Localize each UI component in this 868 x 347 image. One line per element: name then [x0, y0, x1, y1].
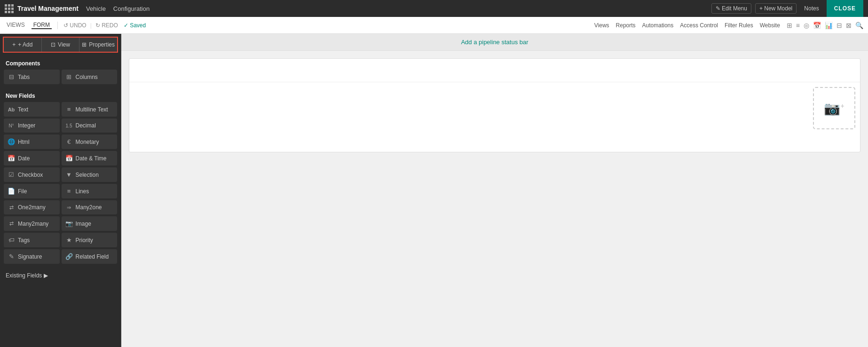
- existing-fields-label: Existing Fields ▶: [6, 272, 48, 279]
- properties-icon: ⊞: [82, 41, 87, 48]
- navbar-right: ✎ Edit Menu + New Model Notes CLOSE: [711, 0, 863, 17]
- edit-menu-button[interactable]: ✎ Edit Menu: [711, 3, 751, 14]
- main-layout: + + Add ⊡ View ⊞ Properties Components ⊟…: [0, 34, 868, 347]
- view-icon: ⊡: [51, 41, 55, 48]
- many2one-icon: ⇒: [65, 205, 73, 211]
- search-icon[interactable]: 🔍: [855, 22, 863, 29]
- new-fields-grid: Ab Text ≡ Multiline Text N° Integer 1.5 …: [0, 102, 121, 268]
- nav-filter-rules-link[interactable]: Filter Rules: [725, 22, 753, 29]
- plus-icon: +: [12, 41, 16, 48]
- calendar-view-icon[interactable]: 📅: [813, 22, 821, 29]
- one2many-icon: ⇄: [8, 205, 15, 211]
- nav-website-link[interactable]: Website: [760, 22, 780, 29]
- view-button[interactable]: ⊡ View: [41, 38, 79, 52]
- file-icon: 📄: [8, 188, 15, 195]
- integer-label: Integer: [18, 122, 35, 129]
- grid-view-icon[interactable]: ⊞: [787, 22, 792, 29]
- many2many-label: Many2many: [18, 221, 48, 227]
- pipeline-bar[interactable]: Add a pipeline status bar: [121, 34, 868, 51]
- nav-automations-link[interactable]: Automations: [642, 22, 674, 29]
- graph-view-icon[interactable]: 📊: [825, 22, 833, 29]
- camera-icon: 📷+: [824, 101, 844, 116]
- pipeline-bar-label: Add a pipeline status bar: [461, 39, 528, 46]
- new-model-button[interactable]: + New Model: [755, 3, 797, 14]
- app-title: Travel Management: [17, 5, 79, 12]
- many2many-icon: ⇄: [8, 221, 15, 227]
- tab-form[interactable]: FORM: [32, 22, 52, 29]
- grid-icon: [5, 4, 14, 13]
- text-icon: Ab: [8, 107, 15, 112]
- redo-button[interactable]: ↻ REDO: [95, 22, 118, 29]
- decimal-icon: 1.5: [65, 123, 73, 128]
- component-tabs[interactable]: ⊟ Tabs: [4, 70, 60, 84]
- toolbar-tabs: VIEWS FORM: [5, 22, 52, 29]
- undo-redo-group: ↺ UNDO | ↻ REDO: [63, 22, 118, 29]
- view-label: View: [58, 41, 70, 48]
- nav-vehicle[interactable]: Vehicle: [86, 5, 106, 12]
- tags-icon: 🏷: [8, 237, 15, 244]
- field-image[interactable]: 📷 Image: [62, 216, 118, 231]
- table-view-icon[interactable]: ⊠: [846, 22, 852, 29]
- field-text[interactable]: Ab Text: [4, 102, 60, 117]
- nav-reports-link[interactable]: Reports: [616, 22, 636, 29]
- tabs-label: Tabs: [18, 74, 30, 80]
- field-many2one[interactable]: ⇒ Many2one: [62, 200, 118, 214]
- component-columns[interactable]: ⊞ Columns: [62, 70, 118, 84]
- field-priority[interactable]: ★ Priority: [62, 233, 118, 247]
- html-icon: 🌐: [8, 138, 15, 145]
- image-placeholder[interactable]: 📷+: [813, 87, 855, 129]
- properties-button[interactable]: ⊞ Properties: [79, 38, 117, 52]
- field-decimal[interactable]: 1.5 Decimal: [62, 118, 118, 133]
- action-buttons-group: + + Add ⊡ View ⊞ Properties: [3, 37, 118, 53]
- field-date[interactable]: 📅 Date: [4, 151, 60, 166]
- multiline-icon: ≡: [65, 106, 73, 113]
- existing-fields[interactable]: Existing Fields ▶: [0, 268, 121, 284]
- field-multiline-text[interactable]: ≡ Multiline Text: [62, 102, 118, 117]
- field-tags[interactable]: 🏷 Tags: [4, 233, 60, 247]
- undo-button[interactable]: ↺ UNDO: [63, 22, 87, 29]
- selection-icon: ▼: [65, 171, 73, 178]
- checkbox-label: Checkbox: [18, 172, 43, 178]
- new-fields-section-title: New Fields: [0, 88, 121, 102]
- field-integer[interactable]: N° Integer: [4, 118, 60, 133]
- signature-label: Signature: [18, 253, 42, 260]
- field-checkbox[interactable]: ☑ Checkbox: [4, 167, 60, 182]
- field-many2many[interactable]: ⇄ Many2many: [4, 216, 60, 231]
- notes-button[interactable]: Notes: [800, 4, 822, 13]
- saved-status: ✓ Saved: [124, 22, 146, 29]
- integer-icon: N°: [8, 123, 15, 128]
- image-icon: 📷: [65, 220, 73, 227]
- field-related-field[interactable]: 🔗 Related Field: [62, 249, 118, 264]
- priority-label: Priority: [76, 237, 93, 244]
- field-signature[interactable]: ✎ Signature: [4, 249, 60, 264]
- text-label: Text: [18, 106, 28, 113]
- close-button[interactable]: CLOSE: [827, 0, 863, 17]
- image-label: Image: [76, 221, 91, 227]
- nav-access-control-link[interactable]: Access Control: [680, 22, 718, 29]
- one2many-label: One2many: [18, 204, 46, 211]
- nav-configuration[interactable]: Configuration: [113, 5, 150, 12]
- checkbox-icon: ☑: [8, 171, 15, 178]
- nav-views-link[interactable]: Views: [594, 22, 609, 29]
- pivot-view-icon[interactable]: ⊟: [836, 22, 842, 29]
- toolbar-view-icons: ⊞ ≡ ◎ 📅 📊 ⊟ ⊠ 🔍: [787, 22, 863, 29]
- monetary-label: Monetary: [76, 139, 99, 145]
- field-selection[interactable]: ▼ Selection: [62, 167, 118, 182]
- field-one2many[interactable]: ⇄ One2many: [4, 200, 60, 214]
- field-lines[interactable]: ≡ Lines: [62, 184, 118, 198]
- field-html[interactable]: 🌐 Html: [4, 134, 60, 149]
- columns-label: Columns: [76, 74, 98, 80]
- selection-label: Selection: [76, 172, 99, 178]
- datetime-label: Date & Time: [76, 155, 107, 162]
- field-date-time[interactable]: 📅 Date & Time: [62, 151, 118, 166]
- map-view-icon[interactable]: ◎: [804, 22, 809, 29]
- tab-views[interactable]: VIEWS: [5, 22, 27, 29]
- field-monetary[interactable]: € Monetary: [62, 134, 118, 149]
- properties-label: Properties: [89, 41, 115, 48]
- toolbar-left: VIEWS FORM ↺ UNDO | ↻ REDO ✓ Saved: [5, 22, 146, 29]
- field-file[interactable]: 📄 File: [4, 184, 60, 198]
- form-area: 📷+: [121, 51, 868, 160]
- add-label: + Add: [18, 41, 32, 48]
- list-view-icon[interactable]: ≡: [796, 22, 800, 29]
- add-button[interactable]: + + Add: [4, 38, 41, 52]
